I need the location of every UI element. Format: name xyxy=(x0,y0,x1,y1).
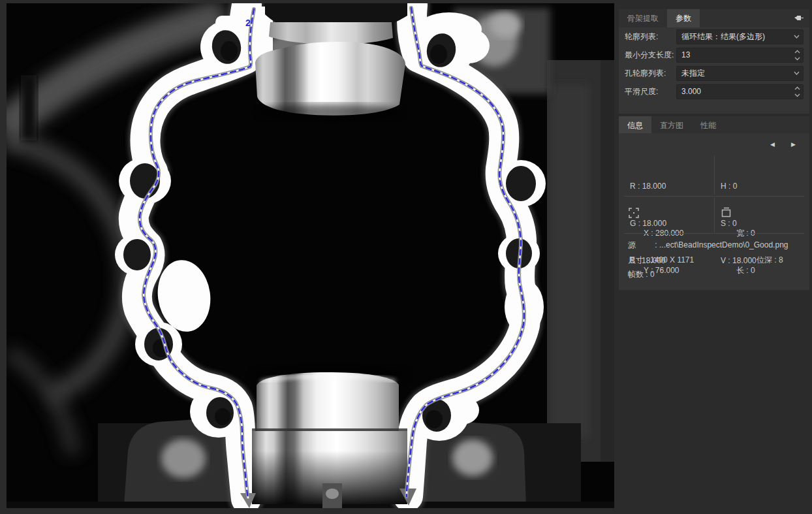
tab-info[interactable]: 信息 xyxy=(619,116,651,135)
hole-contour-row: 孔轮廓列表: 未指定 xyxy=(619,64,809,82)
contour-list-select[interactable]: 循环结果：结果(多边形) xyxy=(676,29,804,44)
contour-list-label: 轮廓列表: xyxy=(625,31,676,42)
tab-histogram[interactable]: 直方图 xyxy=(651,116,692,135)
divider xyxy=(714,155,715,195)
housing-right xyxy=(547,60,614,462)
image-canvas[interactable]: 2 xyxy=(7,3,614,508)
min-branch-input[interactable]: 13 xyxy=(676,48,804,63)
divider xyxy=(624,233,804,234)
bit-depth: 位深 : 8 xyxy=(757,255,783,265)
tool-tabstrip: 骨架提取 参数 xyxy=(619,9,809,27)
contour-index-label: 2 xyxy=(245,18,251,28)
wh-values: 宽 : 0 长 : 0 xyxy=(736,202,758,302)
xy-values: X : 280.000 Y : 76.000 xyxy=(644,202,683,302)
spinner-buttons[interactable] xyxy=(794,86,800,98)
region-size-icon xyxy=(721,206,732,218)
min-branch-row: 最小分支长度: 13 xyxy=(619,46,809,64)
chevron-down-icon xyxy=(794,33,800,40)
contour-list-row: 轮廓列表: 循环结果：结果(多边形) xyxy=(619,27,809,46)
tab-skeleton-extraction[interactable]: 骨架提取 xyxy=(619,9,667,27)
cursor-position-icon xyxy=(628,207,640,219)
size-row: 尺寸 : 1400 X 1171 位深 : 8 xyxy=(628,255,804,265)
divider xyxy=(714,197,715,233)
smooth-scale-input[interactable]: 3.000 xyxy=(676,84,804,99)
smooth-scale-label: 平滑尺度: xyxy=(625,86,676,97)
tab-performance[interactable]: 性能 xyxy=(692,116,725,135)
tab-parameters[interactable]: 参数 xyxy=(667,9,700,27)
info-group: 信息 直方图 性能 ◀ ▶ R : 18.000 G : 18.000 B : … xyxy=(619,116,809,290)
smooth-scale-row: 平滑尺度: 3.000 xyxy=(619,82,809,101)
side-panel: 骨架提取 参数 轮廓列表: 循环结果：结果(多边形) 最小分支长度: 13 xyxy=(619,0,809,514)
frames-row: 帧数 : 0 xyxy=(628,269,804,280)
inspection-image: 2 xyxy=(7,3,614,508)
divider xyxy=(624,196,804,197)
info-content: ◀ ▶ R : 18.000 G : 18.000 B : 18.000 H :… xyxy=(619,133,809,290)
spinner-buttons[interactable] xyxy=(794,49,800,61)
hole-contour-select[interactable]: 未指定 xyxy=(676,66,804,81)
min-branch-label: 最小分支长度: xyxy=(625,50,676,61)
chevron-down-icon xyxy=(794,69,800,77)
next-arrow[interactable]: ▶ xyxy=(791,141,796,148)
cylinder-top xyxy=(255,3,407,121)
pin-icon[interactable] xyxy=(793,14,804,23)
cylinder-bottom xyxy=(240,365,416,508)
hole-contour-label: 孔轮廓列表: xyxy=(625,68,676,79)
app-window: 2 骨架提取 参数 轮廓列表: 循环结果：结果(多边形) 最小分 xyxy=(0,0,812,514)
source-path: ...ect\BeadInspectDemo\0_Good.png xyxy=(659,240,788,250)
prev-arrow[interactable]: ◀ xyxy=(770,141,775,148)
image-viewer: 2 xyxy=(0,0,616,514)
parameters-group: 骨架提取 参数 轮廓列表: 循环结果：结果(多边形) 最小分支长度: 13 xyxy=(619,9,809,114)
source-row: 源 : ...ect\BeadInspectDemo\0_Good.png xyxy=(628,240,804,250)
info-tabstrip: 信息 直方图 性能 xyxy=(619,116,809,135)
